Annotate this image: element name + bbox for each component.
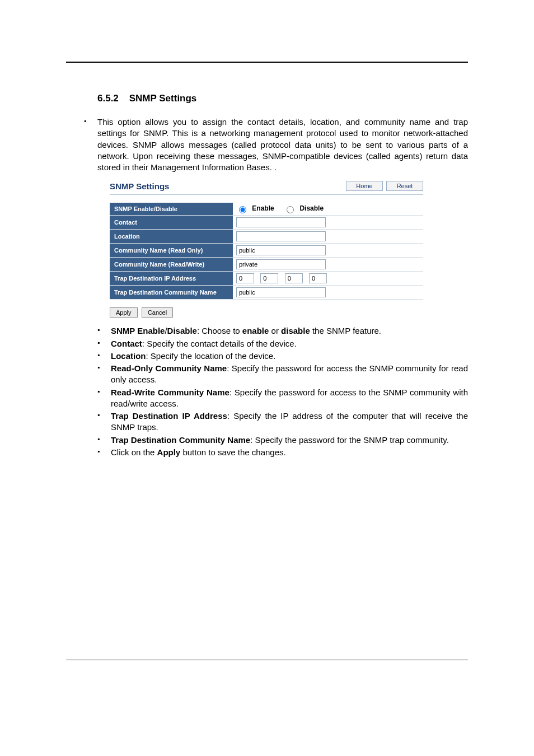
bullet-apply: Click on the Apply button to save the ch… (66, 447, 468, 458)
input-contact[interactable] (236, 217, 326, 227)
input-community-ro[interactable] (236, 245, 326, 255)
bullet-location: Location: Specify the location of the de… (66, 351, 468, 362)
reset-button[interactable]: Reset (386, 181, 423, 191)
row-trap-ip: Trap Destination IP Address (110, 272, 423, 286)
t: or (269, 326, 281, 335)
snmp-settings-panel: SNMP Settings Home Reset SNMP Enable/Dis… (110, 181, 423, 318)
t: : Specify the contact details of the dev… (142, 339, 297, 348)
row-community-rw: Community Name (Read/Write) (110, 258, 423, 272)
apply-button[interactable]: Apply (110, 307, 138, 318)
section-number: 6.5.2 (97, 93, 127, 104)
panel-title: SNMP Settings (110, 181, 343, 191)
top-rule (66, 62, 468, 63)
t: enable (242, 326, 269, 335)
bottom-rule (66, 660, 468, 660)
t: Click on the (111, 447, 157, 457)
label-trap-ip: Trap Destination IP Address (110, 272, 233, 286)
bullet-rw: Read-Write Community Name: Specify the p… (66, 387, 468, 410)
t: Trap Destination IP Address (111, 411, 227, 421)
trap-ip-octet-3[interactable] (285, 273, 303, 283)
t: : Specify the location of the device. (146, 351, 276, 361)
settings-table: SNMP Enable/Disable Enable Disable Conta… (110, 203, 423, 300)
cancel-button[interactable]: Cancel (142, 307, 173, 318)
home-button[interactable]: Home (346, 181, 383, 191)
label-contact: Contact (110, 216, 233, 230)
trap-ip-group (236, 274, 331, 282)
bullet-enable: SNMP Enable/Disable: Choose to enable or… (66, 325, 468, 337)
bullet-trapip: Trap Destination IP Address: Specify the… (66, 410, 468, 433)
t: Trap Destination Community Name (111, 435, 250, 445)
row-location: Location (110, 230, 423, 244)
bullet-ro: Read-Only Community Name: Specify the pa… (66, 363, 468, 386)
t: : Choose to (197, 326, 242, 335)
label-location: Location (110, 230, 233, 244)
t: Apply (157, 447, 181, 457)
section-title: SNMP Settings (129, 93, 197, 104)
t: the SNMP feature. (310, 326, 381, 335)
t: Read-Only Community Name (111, 363, 227, 373)
t: : Specify the password for the SNMP trap… (250, 435, 449, 445)
bullet-contact: Contact: Specify the contact details of … (66, 338, 468, 349)
radio-enable[interactable] (239, 206, 246, 213)
trap-ip-octet-4[interactable] (309, 273, 327, 283)
radio-enable-label: Enable (252, 204, 274, 212)
t: disable (281, 326, 310, 335)
t: SNMP Enable (111, 326, 165, 335)
trap-ip-octet-1[interactable] (236, 273, 254, 283)
t: button to save the changes. (180, 447, 285, 457)
t: Contact (111, 339, 142, 348)
t: Location (111, 351, 146, 361)
input-community-rw[interactable] (236, 259, 326, 269)
row-trap-cn: Trap Destination Community Name (110, 286, 423, 300)
input-location[interactable] (236, 231, 326, 241)
row-enable: SNMP Enable/Disable Enable Disable (110, 203, 423, 216)
bullet-trapcn: Trap Destination Community Name: Specify… (66, 435, 468, 446)
row-contact: Contact (110, 216, 423, 230)
section-heading: 6.5.2 SNMP Settings (97, 93, 468, 104)
radio-disable[interactable] (287, 206, 294, 213)
panel-button-row: Apply Cancel (110, 307, 423, 318)
label-trap-cn: Trap Destination Community Name (110, 286, 233, 300)
t: Disable (167, 326, 197, 335)
label-enable: SNMP Enable/Disable (110, 203, 233, 216)
intro-paragraph: This option allows you to assign the con… (66, 116, 468, 173)
description-list: SNMP Enable/Disable: Choose to enable or… (66, 325, 468, 458)
input-trap-cn[interactable] (236, 287, 326, 297)
panel-header: SNMP Settings Home Reset (110, 181, 423, 195)
radio-disable-label: Disable (299, 204, 324, 212)
trap-ip-octet-2[interactable] (260, 273, 278, 283)
label-community-ro: Community Name (Read Only) (110, 244, 233, 258)
t: Read-Write Community Name (111, 388, 229, 397)
label-community-rw: Community Name (Read/Write) (110, 258, 233, 272)
row-community-ro: Community Name (Read Only) (110, 244, 423, 258)
